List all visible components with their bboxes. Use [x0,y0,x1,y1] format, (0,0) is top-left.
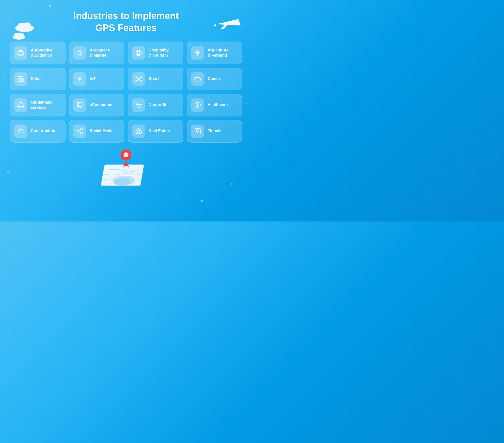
industry-card-games[interactable]: Games [187,68,242,90]
ecommerce-icon [73,98,86,112]
industry-card-retail[interactable]: Retail [10,68,65,90]
sport-icon [132,72,145,86]
social-media-label: Social Media [90,129,114,134]
on-demand-services-label: On-demand services [31,100,53,110]
svg-point-42 [80,128,82,130]
social-media-icon [73,125,86,138]
bottom-illustration [0,148,252,185]
industry-card-real-estate[interactable]: Real Estate [128,120,183,143]
agriculture-farming-icon [191,46,204,59]
agriculture-farming-label: Agriculture & Farming [208,48,229,58]
industry-card-aerospace-marine[interactable]: Aerospace & Marine [69,42,125,64]
retail-label: Retail [31,76,42,81]
industry-card-healthcare[interactable]: Healthcare [187,94,242,116]
industry-card-on-demand-services[interactable]: On-demand services [10,94,65,116]
iot-icon [73,72,86,86]
svg-point-23 [195,52,197,54]
retail-icon [14,72,27,86]
page-header: Industries to Implement GPS Features [0,0,252,42]
svg-rect-38 [77,102,82,107]
svg-point-53 [124,152,128,157]
iot-label: IoT [90,76,96,81]
svg-rect-46 [195,129,200,134]
industry-card-ecommerce[interactable]: eCommerce [69,94,125,116]
industry-card-nonprofit[interactable]: Nonprofit [128,94,183,116]
automotive-logistics-icon [14,46,27,59]
aerospace-marine-icon [73,46,86,59]
fintech-icon [191,125,204,138]
aerospace-marine-label: Aerospace & Marine [90,48,110,58]
svg-point-24 [198,52,200,54]
dot-decoration [200,200,203,202]
svg-point-45 [138,130,139,131]
svg-point-40 [80,107,81,108]
nonprofit-icon [132,98,145,112]
page-title: Industries to Implement GPS Features [5,10,247,34]
svg-rect-26 [20,79,22,82]
industry-card-construction[interactable]: Construction [10,120,65,143]
svg-rect-25 [18,79,24,82]
industry-card-sport[interactable]: Sport [128,68,183,90]
industry-card-iot[interactable]: IoT [69,68,125,90]
industry-card-fintech[interactable]: Fintech [187,120,242,143]
games-label: Games [208,76,221,81]
healthcare-icon [191,98,204,112]
hospitality-tourism-label: Hospitality & Tourism [149,48,169,58]
industry-card-automotive-logistics[interactable]: Automotive & Logistics [10,42,65,64]
svg-point-47 [196,130,199,132]
svg-point-43 [77,130,79,132]
on-demand-services-icon [14,98,27,112]
svg-point-35 [198,79,198,79]
svg-rect-34 [194,77,200,81]
healthcare-label: Healthcare [208,102,228,108]
automotive-logistics-label: Automotive & Logistics [31,48,53,58]
industry-grid: Automotive & LogisticsAerospace & Marine… [0,42,252,143]
construction-label: Construction [31,129,55,134]
games-icon [191,72,204,86]
sport-label: Sport [149,76,159,81]
industry-card-hospitality-tourism[interactable]: Hospitality & Tourism [128,42,183,64]
industry-card-agriculture-farming[interactable]: Agriculture & Farming [187,42,242,64]
fintech-label: Fintech [208,129,222,134]
industry-card-social-media[interactable]: Social Media [69,120,125,143]
svg-point-19 [79,52,80,53]
ecommerce-label: eCommerce [90,102,112,108]
svg-point-44 [80,132,82,134]
construction-icon [14,125,27,138]
nonprofit-label: Nonprofit [149,102,166,108]
real-estate-label: Real Estate [149,129,170,134]
svg-point-39 [78,107,79,108]
svg-point-27 [79,81,80,82]
real-estate-icon [132,125,145,138]
hospitality-tourism-icon [132,46,145,59]
